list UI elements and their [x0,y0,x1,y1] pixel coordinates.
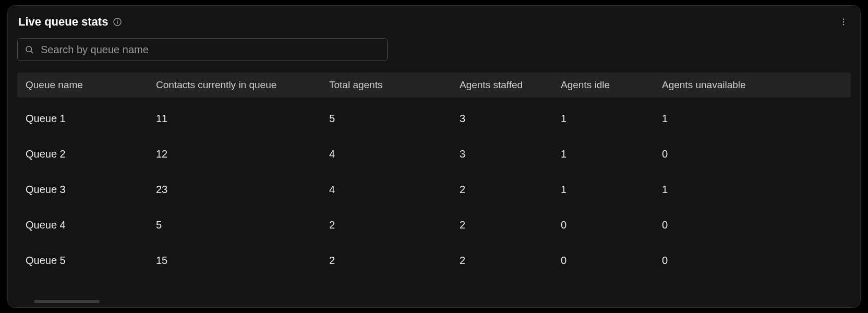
table-row[interactable]: Queue 5 15 2 2 0 0 [17,243,851,278]
table-row[interactable]: Queue 2 12 4 3 1 0 [17,136,851,172]
horizontal-scrollbar[interactable] [34,300,100,303]
col-header-staffed[interactable]: Agents staffed [460,79,561,91]
more-options-button[interactable] [837,16,850,28]
cell-staffed: 2 [460,184,561,196]
cell-idle: 1 [561,184,662,196]
cell-staffed: 2 [460,255,561,267]
table-header-row: Queue name Contacts currently in queue T… [17,73,851,98]
cell-queue-name: Queue 5 [26,255,156,267]
cell-queue-name: Queue 1 [26,113,156,125]
title-wrap: Live queue stats [18,15,122,29]
cell-contacts: 5 [156,219,329,231]
cell-unavailable: 0 [662,255,766,267]
cell-total: 4 [329,184,460,196]
cell-unavailable: 0 [662,148,766,160]
cell-staffed: 3 [460,148,561,160]
col-header-unavailable[interactable]: Agents unavailable [662,79,766,91]
panel-header: Live queue stats [17,15,851,29]
search-input[interactable] [17,38,388,61]
cell-total: 4 [329,148,460,160]
table-row[interactable]: Queue 4 5 2 2 0 0 [17,207,851,243]
search-wrap [17,38,388,61]
svg-point-5 [843,24,844,25]
svg-point-4 [843,21,844,22]
svg-rect-1 [117,21,118,24]
svg-point-2 [117,20,118,21]
cell-total: 2 [329,255,460,267]
col-header-contacts[interactable]: Contacts currently in queue [156,79,329,91]
cell-staffed: 3 [460,113,561,125]
cell-staffed: 2 [460,219,561,231]
svg-point-3 [843,19,844,20]
col-header-total[interactable]: Total agents [329,79,460,91]
cell-contacts: 11 [156,113,329,125]
cell-idle: 1 [561,148,662,160]
cell-idle: 1 [561,113,662,125]
col-header-queue-name[interactable]: Queue name [26,79,156,91]
info-icon[interactable] [113,18,122,26]
cell-unavailable: 1 [662,184,766,196]
cell-unavailable: 0 [662,219,766,231]
cell-idle: 0 [561,219,662,231]
queue-table: Queue name Contacts currently in queue T… [17,73,851,278]
cell-total: 2 [329,219,460,231]
cell-queue-name: Queue 4 [26,219,156,231]
cell-unavailable: 1 [662,113,766,125]
col-header-idle[interactable]: Agents idle [561,79,662,91]
table-row[interactable]: Queue 3 23 4 2 1 1 [17,172,851,207]
live-queue-stats-panel: Live queue stats Queue name Contacts cur… [7,5,861,308]
cell-contacts: 23 [156,184,329,196]
panel-title: Live queue stats [18,15,108,29]
cell-idle: 0 [561,255,662,267]
cell-contacts: 12 [156,148,329,160]
cell-queue-name: Queue 3 [26,184,156,196]
cell-total: 5 [329,113,460,125]
cell-contacts: 15 [156,255,329,267]
cell-queue-name: Queue 2 [26,148,156,160]
table-row[interactable]: Queue 1 11 5 3 1 1 [17,101,851,136]
